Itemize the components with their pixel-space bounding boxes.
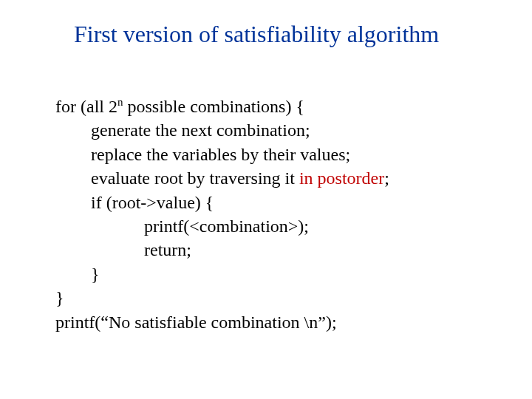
- line1-pre: for (all 2: [55, 97, 117, 116]
- code-line-if: if (root->value) {: [55, 191, 389, 214]
- code-line-replace: replace the variables by their values;: [55, 143, 389, 166]
- code-line-close-for: }: [55, 286, 389, 310]
- algorithm-code: for (all 2n possible combinations) { gen…: [55, 95, 389, 334]
- slide-title: First version of satisfiability algorith…: [74, 21, 439, 48]
- code-line-generate: generate the next combination;: [55, 118, 389, 142]
- code-line-printf-combo: printf(<combination>);: [55, 214, 389, 238]
- code-line-evaluate: evaluate root by traversing it in postor…: [55, 166, 389, 190]
- line1-post: possible combinations) {: [123, 97, 304, 116]
- code-line-printf-none: printf(“No satisfiable combination \n”);: [55, 310, 389, 334]
- line4-a: evaluate root by traversing it: [91, 168, 299, 188]
- line4-c: ;: [384, 168, 389, 188]
- line4-highlight: in postorder: [299, 168, 384, 188]
- code-line-close-if: }: [55, 262, 389, 286]
- code-line-for: for (all 2n possible combinations) {: [55, 95, 389, 118]
- code-line-return: return;: [55, 238, 389, 262]
